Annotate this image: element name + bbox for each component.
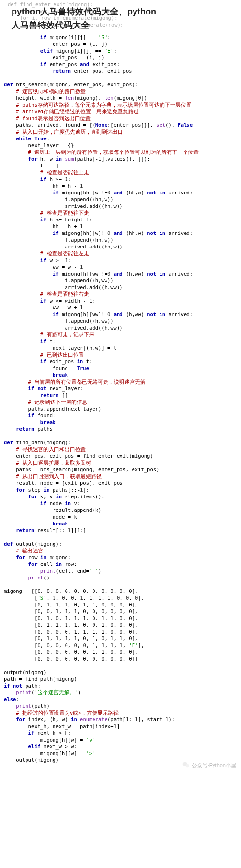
footer-label: 公众号·Python小屋 [192,762,236,769]
wechat-icon [182,761,190,769]
footer-watermark: 公众号·Python小屋 [182,761,236,769]
ghost-code: def find_enter_exit(migong): enter_pos, … [4,1,123,38]
svg-point-1 [185,764,189,768]
code-block: if migong[i][j] == 'S': enter_pos = (i, … [0,34,241,773]
